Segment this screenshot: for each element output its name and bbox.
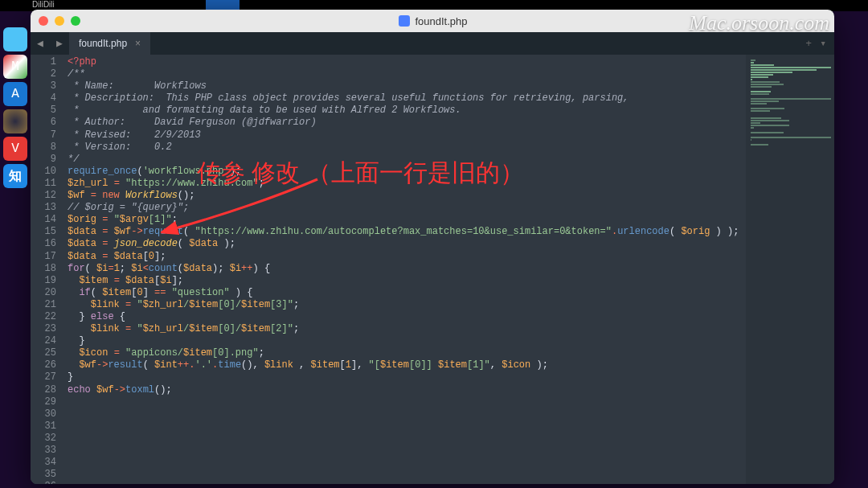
code-line[interactable]: $data = $data[0]; [68, 251, 746, 263]
line-number: 2 [31, 68, 56, 80]
code-line[interactable]: if( $item[0] == "question" ) { [68, 287, 746, 299]
code-line[interactable]: * Version: 0.2 [68, 141, 746, 154]
line-number: 9 [31, 154, 56, 166]
code-line[interactable]: $wf->result( $int++.'.'.time(), $link , … [68, 359, 746, 371]
line-number: 34 [31, 457, 56, 469]
code-line[interactable]: /** [68, 68, 746, 80]
line-number: 29 [31, 396, 56, 408]
code-line[interactable]: require_once('workflows.php'); [68, 166, 746, 178]
code-area[interactable]: <?php/** * Name: Workflows * Description… [64, 55, 746, 484]
dock-app-mail[interactable]: M [3, 55, 27, 79]
line-number: 5 [31, 105, 56, 117]
code-line[interactable]: $link = "$zh_url/$item[0]/$item[3]"; [68, 299, 746, 311]
window-titlebar[interactable]: foundIt.php [31, 10, 834, 32]
line-number: 26 [31, 359, 56, 371]
line-number: 21 [31, 299, 56, 311]
line-number: 31 [31, 420, 56, 433]
line-number: 6 [31, 117, 56, 129]
line-number: 3 [31, 80, 56, 92]
minimap[interactable] [746, 55, 834, 484]
line-number: 22 [31, 311, 56, 323]
tab-prev-button[interactable]: ◀ [31, 32, 50, 55]
line-number: 33 [31, 445, 56, 457]
code-line[interactable]: * Revised: 2/9/2013 [68, 129, 746, 141]
code-line[interactable]: * Author: David Ferguson (@jdfwarrior) [68, 117, 746, 129]
line-number: 15 [31, 226, 56, 238]
code-line[interactable]: } [68, 335, 746, 347]
line-number: 35 [31, 469, 56, 481]
dock: M A V 知 [0, 24, 31, 191]
top-label: DiliDili [32, 0, 55, 9]
tab-actions: + ▾ [797, 32, 834, 55]
file-type-icon [399, 15, 410, 27]
line-number: 27 [31, 371, 56, 383]
window-title: foundIt.php [87, 15, 780, 27]
code-line[interactable]: $wf = new Workflows(); [68, 190, 746, 202]
tab-next-button[interactable]: ▶ [50, 32, 69, 55]
new-tab-icon[interactable]: + [805, 38, 812, 50]
dock-app-zhihu[interactable]: 知 [3, 164, 27, 188]
code-line[interactable]: $zh_url = "https://www.zhihu.com"; [68, 178, 746, 190]
line-number: 20 [31, 287, 56, 299]
line-number: 12 [31, 190, 56, 202]
code-line[interactable]: */ [68, 154, 746, 166]
close-button[interactable] [39, 16, 48, 26]
line-number: 18 [31, 263, 56, 275]
line-number: 36 [31, 481, 56, 484]
tab-bar: ◀ ▶ foundIt.php × + ▾ [31, 32, 834, 55]
tab-close-icon[interactable]: × [135, 38, 141, 49]
line-number: 23 [31, 323, 56, 335]
editor-body: 1234567891011121314151617181920212223242… [31, 55, 834, 484]
code-line[interactable]: * Description: This PHP class object pro… [68, 92, 746, 105]
code-line[interactable]: } [68, 371, 746, 383]
line-number: 28 [31, 384, 56, 396]
line-number: 16 [31, 238, 56, 250]
tab-foundit[interactable]: foundIt.php × [69, 32, 151, 55]
code-line[interactable]: * Name: Workflows [68, 80, 746, 92]
code-line[interactable]: $icon = "appicons/$item[0].png"; [68, 347, 746, 359]
code-line[interactable]: } else { [68, 311, 746, 323]
line-number: 1 [31, 56, 56, 68]
line-number: 24 [31, 335, 56, 347]
code-line[interactable]: $item = $data[$i]; [68, 275, 746, 287]
line-number: 10 [31, 166, 56, 178]
code-line[interactable]: $link = "$zh_url/$item[0]/$item[2]"; [68, 323, 746, 335]
line-number: 8 [31, 141, 56, 154]
line-number: 25 [31, 347, 56, 359]
tab-menu-icon[interactable]: ▾ [820, 37, 826, 50]
maximize-button[interactable] [71, 16, 80, 26]
line-number: 32 [31, 433, 56, 445]
code-line[interactable]: $data = $wf->request( "https://www.zhihu… [68, 226, 746, 238]
code-line[interactable]: echo $wf->toxml(); [68, 384, 746, 396]
line-number: 14 [31, 214, 56, 226]
minimize-button[interactable] [55, 16, 64, 26]
dock-app-twitter[interactable] [3, 27, 27, 51]
line-number: 30 [31, 408, 56, 420]
line-number: 7 [31, 129, 56, 141]
line-number: 17 [31, 251, 56, 263]
code-line[interactable]: * and formatting data to be used with Al… [68, 105, 746, 117]
code-line[interactable]: $orig = "$argv[1]"; [68, 214, 746, 226]
line-number: 4 [31, 92, 56, 105]
dock-app-appstore[interactable]: A [3, 82, 27, 106]
code-line[interactable]: for( $i=1; $i<count($data); $i++) { [68, 263, 746, 275]
code-line[interactable]: $data = json_decode( $data ); [68, 238, 746, 250]
window-title-text: foundIt.php [415, 15, 467, 27]
traffic-lights [39, 16, 80, 26]
tab-label: foundIt.php [79, 38, 127, 49]
editor-window: foundIt.php ◀ ▶ foundIt.php × + ▾ 123456… [31, 10, 834, 484]
dock-app-photo[interactable] [3, 109, 27, 133]
code-line[interactable]: <?php [68, 56, 746, 68]
code-line[interactable]: // $orig = "{query}"; [68, 202, 746, 214]
line-number: 19 [31, 275, 56, 287]
dock-app-v[interactable]: V [3, 137, 27, 161]
line-number: 11 [31, 178, 56, 190]
line-number-gutter: 1234567891011121314151617181920212223242… [31, 55, 64, 484]
line-number: 13 [31, 202, 56, 214]
